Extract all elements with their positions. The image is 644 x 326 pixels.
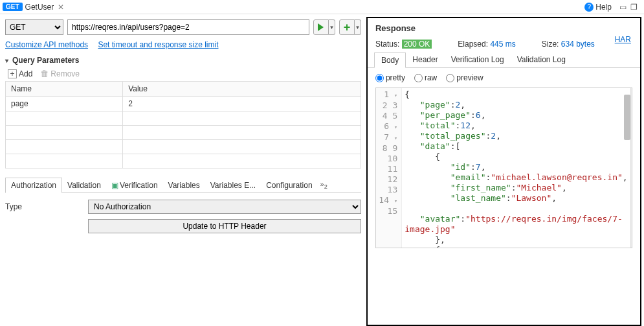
tabs-overflow-icon[interactable]: »2 [320,180,328,190]
line-gutter: 1 ▾ 2 3 4 5 6 ▾ 7 ▾ 8 9 10 11 12 13 14 ▾… [376,88,402,248]
run-button[interactable] [313,19,329,35]
tab-title: GetUser [25,3,54,12]
resp-tab-validation[interactable]: Validation Log [511,52,572,67]
remove-param-button: 🗑 Remove [40,69,80,78]
run-dropdown[interactable]: ▼ [329,19,335,35]
view-pretty[interactable]: pretty [375,73,405,82]
method-badge: GET [3,3,23,11]
status-label: Status: [375,40,399,49]
view-preview[interactable]: preview [446,73,483,82]
auth-type-select[interactable]: No Authorization [88,200,361,214]
table-row: page2 [6,97,361,111]
elapsed-label: Elapsed: [458,40,488,49]
view-raw[interactable]: raw [414,73,437,82]
update-header-button[interactable]: Update to HTTP Header [88,219,361,233]
trash-icon: 🗑 [40,69,49,78]
scroll-thumb[interactable] [624,95,630,140]
tab-authorization[interactable]: Authorization [5,178,62,193]
resp-tab-header[interactable]: Header [406,52,444,67]
minimize-icon[interactable]: ▭ [619,3,627,12]
collapse-icon[interactable]: ▾ [5,57,8,64]
tab-validation[interactable]: Validation [62,178,106,192]
close-tab-icon[interactable]: ✕ [58,3,64,12]
timeout-link[interactable]: Set timeout and response size limit [98,40,218,49]
add-icon: + [8,69,17,78]
play-icon [318,23,324,31]
scroll-down-icon[interactable]: ▼ [631,239,632,248]
size-label: Size: [542,40,559,49]
response-title: Response [368,18,640,36]
col-name: Name [6,82,123,97]
size-value: 634 bytes [561,40,595,49]
add-param-button[interactable]: + Add [8,69,32,78]
plus-icon: + [344,21,351,33]
tab-verification[interactable]: ▣Verification [106,178,163,192]
resp-tab-verification[interactable]: Verification Log [445,52,511,67]
auth-type-label: Type [5,202,83,211]
help-label[interactable]: Help [595,3,612,12]
maximize-icon[interactable]: ❐ [630,3,638,12]
customize-api-link[interactable]: Customize API methods [5,40,88,49]
response-body[interactable]: 1 ▾ 2 3 4 5 6 ▾ 7 ▾ 8 9 10 11 12 13 14 ▾… [375,87,632,248]
har-link[interactable]: HAR [615,35,631,44]
col-value: Value [123,82,361,97]
scroll-up-icon[interactable]: ▲ [631,88,632,97]
help-icon[interactable]: ? [584,3,594,12]
params-table[interactable]: NameValue page2 [5,81,361,169]
resp-tab-body[interactable]: Body [374,52,406,68]
tab-variables[interactable]: Variables [163,178,205,192]
http-method-select[interactable]: GET [5,19,63,35]
tab-configuration[interactable]: Configuration [261,178,317,192]
add-dropdown[interactable]: ▼ [355,19,361,35]
scrollbar[interactable]: ▲ ▼ [630,88,632,248]
add-request-button[interactable]: + [339,19,355,35]
tab-variables-e[interactable]: Variables E... [205,178,261,192]
elapsed-value: 445 ms [490,40,515,49]
query-params-title: Query Parameters [12,56,79,65]
status-value: 200 OK [402,40,432,49]
url-input[interactable] [67,19,309,35]
